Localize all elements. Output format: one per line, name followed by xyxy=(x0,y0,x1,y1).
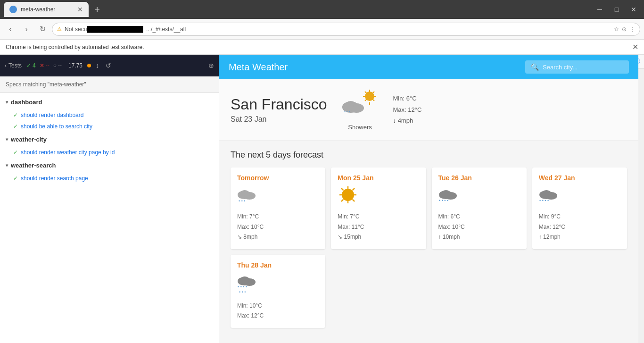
forecast-stats-mon25: Min: 7°C Max: 11°C ↘ 15mph xyxy=(338,212,419,243)
search-box[interactable]: 🔍 Search city... xyxy=(525,60,629,74)
group-header-dashboard[interactable]: ▾ dashboard xyxy=(0,95,219,109)
svg-line-27 xyxy=(341,200,344,202)
tab-close-button[interactable]: ✕ xyxy=(77,6,83,13)
city-name: San Francisco xyxy=(231,96,327,113)
pass-check-icon: ✓ xyxy=(13,175,18,182)
close-window-button[interactable]: ✕ xyxy=(627,3,640,16)
forecast-stats-tue26: Min: 6°C Max: 10°C ↑ 10mph xyxy=(438,212,520,243)
tests-button[interactable]: ‹ Tests xyxy=(5,62,22,69)
info-bar: Chrome is being controlled by automated … xyxy=(0,40,644,55)
forecast-card-wed27: Wed 27 Jan • • • • Min: 9°C xyxy=(532,167,627,249)
test-item-search-city[interactable]: ✓ should be able to search city xyxy=(0,121,219,132)
test-name-render-dashboard: should render dashboard xyxy=(21,112,83,118)
browser-chrome: meta-weather ✕ + ─ □ ✕ xyxy=(0,0,644,19)
svg-text:• • •: • • • xyxy=(344,109,350,113)
city-date: Sat 23 Jan xyxy=(231,115,327,124)
group-arrow-icon: ▾ xyxy=(6,100,8,105)
pass-count: 4 xyxy=(33,62,36,69)
fail-stat: ✕ -- xyxy=(40,62,50,69)
svg-line-24 xyxy=(341,188,344,191)
forecast-title: The next 5 days forecast xyxy=(231,150,627,160)
svg-text:• • •: • • • xyxy=(239,199,245,203)
bookmark-icon[interactable]: ☆ xyxy=(614,26,619,33)
forecast-day-tomorrow: Tomorrow xyxy=(237,174,319,182)
forecast-stats-wed27: Min: 9°C Max: 12°C ↑ 12mph xyxy=(539,212,620,243)
forecast-day-thu28: Thu 28 Jan xyxy=(237,261,319,269)
forecast-stats-thu28: Min: 10°C Max: 12°C xyxy=(237,301,319,321)
main-layout: ‹ Tests ✓ 4 ✕ -- ○ -- 17.75 ↕ ↺ xyxy=(0,55,644,343)
group-header-weather-search[interactable]: ▾ weather-search xyxy=(0,158,219,173)
preview-panel: ⊕ 1000 x 660 (85%) ⓘ Meta Weather 🔍 Sear… xyxy=(219,55,644,343)
menu-icon[interactable]: ⋮ xyxy=(629,26,635,33)
svg-line-7 xyxy=(372,92,374,93)
group-arrow-icon: ▾ xyxy=(6,137,8,142)
weather-stats: Min: 6°C Max: 12°C ↓ 4mph xyxy=(393,93,422,126)
forecast-icon-thu28: • • • • • • • xyxy=(237,274,319,296)
address-bar[interactable]: ⚠ Not secu██████████████ .../_#/tests/__… xyxy=(52,23,640,36)
svg-point-17 xyxy=(238,191,247,199)
pending-count: -- xyxy=(58,62,62,69)
test-item-render-search[interactable]: ✓ should render search page xyxy=(0,173,219,184)
forecast-icon-wed27: • • • • xyxy=(539,186,620,207)
url-display: Not secu██████████████ .../_#/tests/__al… xyxy=(65,26,611,33)
svg-text:• • • •: • • • • xyxy=(238,284,247,289)
svg-line-26 xyxy=(353,188,355,191)
group-arrow-icon: ▾ xyxy=(6,163,8,168)
test-name-render-search: should render search page xyxy=(21,175,88,182)
svg-text:• • •: • • • xyxy=(239,290,246,294)
wind-speed: ↓ 4mph xyxy=(393,115,422,126)
info-bar-close-button[interactable]: ✕ xyxy=(632,42,638,51)
back-button[interactable]: ‹ xyxy=(4,23,17,36)
test-item-render-dashboard[interactable]: ✓ should render dashboard xyxy=(0,109,219,121)
svg-point-41 xyxy=(238,277,247,285)
specs-title-text: Specs matching "meta-weather" xyxy=(6,81,86,88)
checkmark-icon: ✓ xyxy=(26,62,31,69)
forecast-day-wed27: Wed 27 Jan xyxy=(539,174,620,182)
maximize-button[interactable]: □ xyxy=(610,3,623,16)
app-preview[interactable]: Meta Weather 🔍 Search city... San Franci… xyxy=(219,55,638,343)
info-bar-text: Chrome is being controlled by automated … xyxy=(6,44,144,50)
time-display: 17.75 xyxy=(68,62,83,69)
forward-button[interactable]: › xyxy=(20,23,33,36)
forecast-card-mon25: Mon 25 Jan xyxy=(331,167,426,249)
forecast-icon-tue26: • • • • xyxy=(438,186,520,207)
forecast-icon-mon25 xyxy=(338,186,419,207)
forecast-day-mon25: Mon 25 Jan xyxy=(338,174,419,182)
specs-title: Specs matching "meta-weather" xyxy=(0,76,219,93)
current-weather: San Francisco Sat 23 Jan xyxy=(219,79,638,141)
tests-chevron-icon: ‹ xyxy=(5,62,7,69)
forecast-icon-tomorrow: • • • xyxy=(237,186,319,207)
weather-icon-section: • • • Showers xyxy=(341,89,379,131)
forecast-section: The next 5 days forecast Tomorrow • xyxy=(219,141,638,337)
pass-check-icon: ✓ xyxy=(13,112,18,118)
profile-icon[interactable]: ⊙ xyxy=(622,26,627,33)
pass-check-icon: ✓ xyxy=(13,123,18,130)
browser-tab[interactable]: meta-weather ✕ xyxy=(4,2,89,17)
forecast-grid-1: Tomorrow • • • Min: 7°C xyxy=(231,167,627,249)
weather-description: Showers xyxy=(348,124,372,131)
svg-line-25 xyxy=(353,200,355,202)
test-list: ▾ dashboard ✓ should render dashboard ✓ … xyxy=(0,93,219,343)
reload-button[interactable]: ↺ xyxy=(106,62,111,69)
svg-point-36 xyxy=(539,191,549,199)
window-controls: ─ □ ✕ xyxy=(593,3,640,16)
group-header-weather-city[interactable]: ▾ weather-city xyxy=(0,132,219,147)
pass-stat: ✓ 4 xyxy=(26,62,36,69)
group-name-weather-search: weather-search xyxy=(11,162,56,169)
new-tab-button[interactable]: + xyxy=(91,3,104,16)
selector-icon[interactable]: ⊕ xyxy=(208,62,214,69)
forecast-grid-2: Thu 28 Jan • • • • • • • xyxy=(231,255,627,328)
svg-point-31 xyxy=(439,191,448,199)
test-item-render-weather-city[interactable]: ✓ should render weather city page by id xyxy=(0,147,219,158)
min-temp: Min: 6°C xyxy=(393,93,422,104)
security-icon: ⚠ xyxy=(57,26,62,32)
cypress-toolbar: ‹ Tests ✓ 4 ✕ -- ○ -- 17.75 ↕ ↺ xyxy=(0,55,219,76)
refresh-button[interactable]: ↻ xyxy=(36,23,49,36)
minimize-button[interactable]: ─ xyxy=(593,3,606,16)
svg-text:• • • •: • • • • xyxy=(539,198,549,203)
address-bar-row: ‹ › ↻ ⚠ Not secu██████████████ .../_#/te… xyxy=(0,19,644,40)
pass-check-icon: ✓ xyxy=(13,149,18,156)
app-title: Meta Weather xyxy=(229,62,288,73)
pending-stat: ○ -- xyxy=(53,62,62,69)
svg-line-6 xyxy=(372,100,374,101)
